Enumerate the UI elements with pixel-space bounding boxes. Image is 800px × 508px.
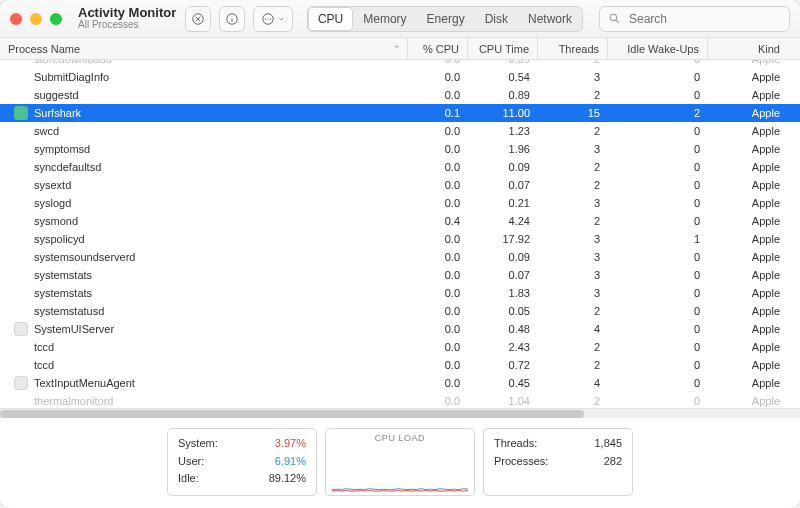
- cell-wakeups: 0: [608, 161, 708, 173]
- cell-wakeups: 0: [608, 71, 708, 83]
- cell-kind: Apple: [708, 71, 788, 83]
- svg-point-5: [231, 15, 232, 16]
- cell-time: 0.72: [468, 359, 538, 371]
- table-row[interactable]: systemstats0.00.0730Apple: [0, 266, 800, 284]
- cell-threads: 2: [538, 215, 608, 227]
- cell-wakeups: 0: [608, 323, 708, 335]
- cell-kind: Apple: [708, 161, 788, 173]
- processes-label: Processes:: [494, 453, 548, 471]
- cell-kind: Apple: [708, 215, 788, 227]
- process-name: Surfshark: [34, 107, 408, 119]
- column-kind[interactable]: Kind: [708, 38, 788, 59]
- table-row[interactable]: tccd0.02.4320Apple: [0, 338, 800, 356]
- process-name: swcd: [34, 125, 408, 137]
- cell-cpu: 0.0: [408, 71, 468, 83]
- table-row[interactable]: sysextd0.00.0720Apple: [0, 176, 800, 194]
- system-label: System:: [178, 435, 218, 453]
- cell-threads: 2: [538, 89, 608, 101]
- tab-memory[interactable]: Memory: [353, 7, 416, 31]
- cell-threads: 2: [538, 395, 608, 407]
- horizontal-scrollbar[interactable]: [0, 408, 800, 418]
- close-window[interactable]: [10, 13, 22, 25]
- svg-point-10: [610, 14, 617, 21]
- column-threads[interactable]: Threads: [538, 38, 608, 59]
- idle-value: 89.12%: [269, 470, 306, 488]
- process-icon: [14, 304, 28, 318]
- column-wakeups[interactable]: Idle Wake-Ups: [608, 38, 708, 59]
- cell-kind: Apple: [708, 143, 788, 155]
- table-row[interactable]: sysmond0.44.2420Apple: [0, 212, 800, 230]
- options-dropdown[interactable]: [253, 6, 293, 32]
- cell-kind: Apple: [708, 395, 788, 407]
- cell-wakeups: 0: [608, 359, 708, 371]
- cell-time: 2.43: [468, 341, 538, 353]
- column-cpu-time[interactable]: CPU Time: [468, 38, 538, 59]
- process-icon: [14, 60, 28, 66]
- table-row[interactable]: thermalmonitord0.01.0420Apple: [0, 392, 800, 408]
- cell-time: 0.48: [468, 323, 538, 335]
- process-name: systemstats: [34, 269, 408, 281]
- cell-threads: 2: [538, 161, 608, 173]
- process-icon: [14, 232, 28, 246]
- column-label: Process Name: [8, 43, 80, 55]
- table-header: Process Name ⌃ % CPU CPU Time Threads Id…: [0, 38, 800, 60]
- process-name: tccd: [34, 341, 408, 353]
- tab-cpu[interactable]: CPU: [308, 7, 353, 31]
- cell-time: 0.05: [468, 305, 538, 317]
- process-name: SubmitDiagInfo: [34, 71, 408, 83]
- process-table[interactable]: storedownloadd0.00.0920AppleSubmitDiagIn…: [0, 60, 800, 408]
- process-icon: [14, 88, 28, 102]
- process-name: suggestd: [34, 89, 408, 101]
- cell-threads: 15: [538, 107, 608, 119]
- info-button[interactable]: [219, 6, 245, 32]
- process-icon: [14, 322, 28, 336]
- sort-indicator-icon: ⌃: [393, 44, 401, 54]
- cell-kind: Apple: [708, 269, 788, 281]
- table-row[interactable]: systemsoundserverd0.00.0930Apple: [0, 248, 800, 266]
- tab-energy[interactable]: Energy: [417, 7, 475, 31]
- table-row[interactable]: TextInputMenuAgent0.00.4540Apple: [0, 374, 800, 392]
- cell-threads: 3: [538, 197, 608, 209]
- cell-cpu: 0.0: [408, 269, 468, 281]
- scrollbar-thumb[interactable]: [0, 410, 584, 418]
- table-row[interactable]: symptomsd0.01.9630Apple: [0, 140, 800, 158]
- table-row[interactable]: storedownloadd0.00.0920Apple: [0, 60, 800, 68]
- cell-cpu: 0.4: [408, 215, 468, 227]
- cell-time: 0.07: [468, 179, 538, 191]
- table-row[interactable]: tccd0.00.7220Apple: [0, 356, 800, 374]
- column-process-name[interactable]: Process Name ⌃: [0, 38, 408, 59]
- table-row[interactable]: syspolicyd0.017.9231Apple: [0, 230, 800, 248]
- cell-threads: 2: [538, 179, 608, 191]
- cell-threads: 3: [538, 233, 608, 245]
- search-field[interactable]: [599, 6, 790, 32]
- minimize-window[interactable]: [30, 13, 42, 25]
- table-row[interactable]: syncdefaultsd0.00.0920Apple: [0, 158, 800, 176]
- table-row[interactable]: systemstats0.01.8330Apple: [0, 284, 800, 302]
- process-icon: [14, 142, 28, 156]
- cell-threads: 2: [538, 341, 608, 353]
- search-input[interactable]: [627, 11, 781, 27]
- tab-network[interactable]: Network: [518, 7, 582, 31]
- process-name: SystemUIServer: [34, 323, 408, 335]
- svg-point-8: [267, 18, 268, 19]
- zoom-window[interactable]: [50, 13, 62, 25]
- process-icon: [14, 178, 28, 192]
- cell-time: 4.24: [468, 215, 538, 227]
- table-row[interactable]: suggestd0.00.8920Apple: [0, 86, 800, 104]
- cell-cpu: 0.0: [408, 377, 468, 389]
- tab-disk[interactable]: Disk: [475, 7, 518, 31]
- footer-panels: System:3.97% User:6.91% Idle:89.12% CPU …: [0, 418, 800, 508]
- cell-wakeups: 0: [608, 89, 708, 101]
- table-row[interactable]: systemstatusd0.00.0520Apple: [0, 302, 800, 320]
- cell-time: 1.04: [468, 395, 538, 407]
- cell-wakeups: 0: [608, 197, 708, 209]
- table-row[interactable]: syslogd0.00.2130Apple: [0, 194, 800, 212]
- stop-process-button[interactable]: [185, 6, 211, 32]
- table-row[interactable]: swcd0.01.2320Apple: [0, 122, 800, 140]
- column-cpu[interactable]: % CPU: [408, 38, 468, 59]
- process-name: symptomsd: [34, 143, 408, 155]
- table-row[interactable]: SubmitDiagInfo0.00.5430Apple: [0, 68, 800, 86]
- table-row[interactable]: Surfshark0.111.00152Apple: [0, 104, 800, 122]
- cell-threads: 4: [538, 323, 608, 335]
- table-row[interactable]: SystemUIServer0.00.4840Apple: [0, 320, 800, 338]
